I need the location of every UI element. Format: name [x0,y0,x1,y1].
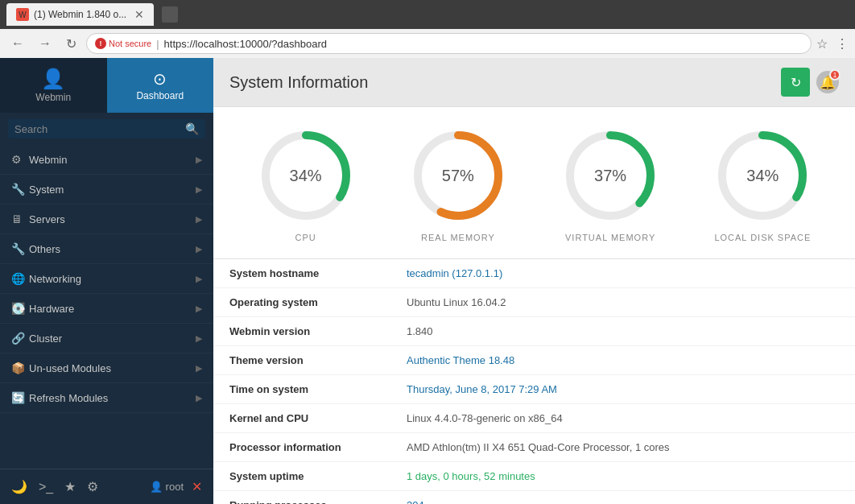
webmin-icon: 👤 [41,68,65,90]
page-title: System Information [229,73,368,92]
browser-menu-icon[interactable]: ⋮ [836,36,849,52]
nav-label-4: Networking [29,273,196,285]
info-val-0[interactable]: tecadmin (127.0.1.1) [407,267,839,279]
nav-arrow-6: ▶ [196,333,202,344]
info-key-1: Operating system [229,296,407,308]
info-key-4: Time on system [229,383,407,395]
gauge-value-2: 37% [594,167,626,185]
sidebar-item-un-used-modules[interactable]: 📦 Un-used Modules ▶ [0,353,213,383]
nav-arrow-4: ▶ [196,274,202,284]
dashboard-icon: ⊙ [153,69,167,89]
bell-badge: 1 [829,69,841,81]
user-label: root [166,481,184,493]
nav-icon-0: ⚙ [11,153,29,166]
sidebar-item-hardware[interactable]: 💽 Hardware ▶ [0,294,213,324]
gauge-virtual-memory: 37% VIRTUAL MEMORY [558,123,663,242]
nav-icon-2: 🖥 [11,213,29,225]
table-row: Operating system Ubuntu Linux 16.04.2 [213,288,855,317]
logout-button[interactable]: ✕ [188,476,205,498]
tab-close-icon[interactable]: ✕ [134,8,144,21]
not-secure-indicator: ! Not secure [95,38,151,49]
nav-arrow-8: ▶ [196,393,202,403]
search-icon[interactable]: 🔍 [185,122,199,135]
new-tab-area [162,6,178,23]
refresh-button[interactable]: ↻ [781,68,810,97]
nav-label-0: Webmin [29,154,196,166]
nav-arrow-0: ▶ [196,155,202,165]
bookmarks-button[interactable]: ★ [61,476,79,498]
nav-icon-4: 🌐 [11,272,29,285]
nav-icon-6: 🔗 [11,332,29,345]
gauge-label-1: REAL MEMORY [421,233,495,242]
nav-label-1: System [29,184,196,196]
main-content: System Information ↻ 🔔 1 34% CPU 57% REA [213,58,855,504]
user-indicator: 👤 root [150,481,184,493]
back-button[interactable]: ← [6,35,29,52]
sidebar-item-system[interactable]: 🔧 System ▶ [0,175,213,204]
sidebar-brand-label: Webmin [35,92,71,103]
sidebar-dashboard-label: Dashboard [136,90,184,101]
table-row: Kernel and CPU Linux 4.4.0-78-generic on… [213,404,855,433]
info-key-8: Running processes [229,499,407,504]
info-key-3: Theme version [229,354,407,366]
nav-label-5: Hardware [29,303,196,315]
table-row: System uptime 1 days, 0 hours, 52 minute… [213,462,855,491]
info-key-2: Webmin version [229,325,407,337]
info-val-4[interactable]: Thursday, June 8, 2017 7:29 AM [407,383,839,395]
settings-button[interactable]: ⚙ [84,476,101,498]
sidebar-item-webmin[interactable]: ⚙ Webmin ▶ [0,145,213,175]
nav-arrow-2: ▶ [196,214,202,225]
info-val-2: 1.840 [407,325,839,337]
info-val-3[interactable]: Authentic Theme 18.48 [407,354,839,366]
table-row: Processor information AMD Athlon(tm) II … [213,433,855,462]
info-key-0: System hostname [229,267,407,279]
reload-button[interactable]: ↻ [61,35,81,53]
sidebar-item-others[interactable]: 🔧 Others ▶ [0,234,213,264]
info-val-7[interactable]: 1 days, 0 hours, 52 minutes [407,470,839,482]
gauge-container-2: 37% [558,123,663,228]
table-row: System hostname tecadmin (127.0.1.1) [213,259,855,288]
nav-icon-1: 🔧 [11,183,29,196]
search-input-wrap[interactable]: 🔍 [8,119,205,138]
nav-arrow-1: ▶ [196,184,202,195]
theme-toggle-button[interactable]: 🌙 [8,476,31,498]
table-row: Theme version Authentic Theme 18.48 [213,346,855,375]
tab-title: (1) Webmin 1.840 o... [34,9,126,20]
info-key-5: Kernel and CPU [229,412,407,424]
info-val-8[interactable]: 204 [407,499,839,504]
forward-button[interactable]: → [34,35,56,52]
sidebar-dashboard[interactable]: ⊙ Dashboard [107,58,214,113]
sidebar-item-refresh-modules[interactable]: 🔄 Refresh Modules ▶ [0,383,213,413]
app-layout: 👤 Webmin ⊙ Dashboard 🔍 ⚙ Webmin ▶🔧 Syste… [0,58,855,504]
search-input[interactable] [14,123,185,135]
address-bar[interactable]: ! Not secure | https://localhost:10000/?… [86,33,812,54]
sidebar-nav: ⚙ Webmin ▶🔧 System ▶🖥 Servers ▶🔧 Others … [0,145,213,469]
gauge-container-1: 57% [406,123,510,228]
user-icon: 👤 [150,481,163,493]
nav-icon-8: 🔄 [11,391,29,404]
bookmark-icon[interactable]: ☆ [816,36,828,52]
browser-tab[interactable]: W (1) Webmin 1.840 o... ✕ [6,3,154,26]
gauge-value-0: 34% [290,167,322,185]
sidebar-item-servers[interactable]: 🖥 Servers ▶ [0,204,213,234]
table-row: Time on system Thursday, June 8, 2017 7:… [213,375,855,404]
gauge-value-3: 34% [746,167,779,185]
sidebar-item-networking[interactable]: 🌐 Networking ▶ [0,264,213,294]
info-val-5: Linux 4.4.0-78-generic on x86_64 [407,412,839,424]
gauge-label-3: LOCAL DISK SPACE [714,233,811,242]
info-val-6: AMD Athlon(tm) II X4 651 Quad-Core Proce… [407,441,839,453]
nav-label-2: Servers [29,213,196,225]
address-text: https://localhost:10000/?dashboard [164,38,803,50]
info-key-6: Processor information [229,441,407,453]
sidebar-header: 👤 Webmin ⊙ Dashboard [0,58,213,113]
bell-container: 🔔 1 [816,71,839,93]
nav-label-7: Un-used Modules [29,362,196,374]
sidebar-item-cluster[interactable]: 🔗 Cluster ▶ [0,324,213,353]
nav-icon-3: 🔧 [11,242,29,255]
nav-label-8: Refresh Modules [29,392,196,404]
nav-arrow-3: ▶ [196,244,202,254]
terminal-button[interactable]: >_ [35,477,56,498]
browser-chrome: W (1) Webmin 1.840 o... ✕ [0,0,855,29]
info-table: System hostname tecadmin (127.0.1.1)Oper… [213,259,855,504]
sidebar-brand[interactable]: 👤 Webmin [0,58,107,113]
